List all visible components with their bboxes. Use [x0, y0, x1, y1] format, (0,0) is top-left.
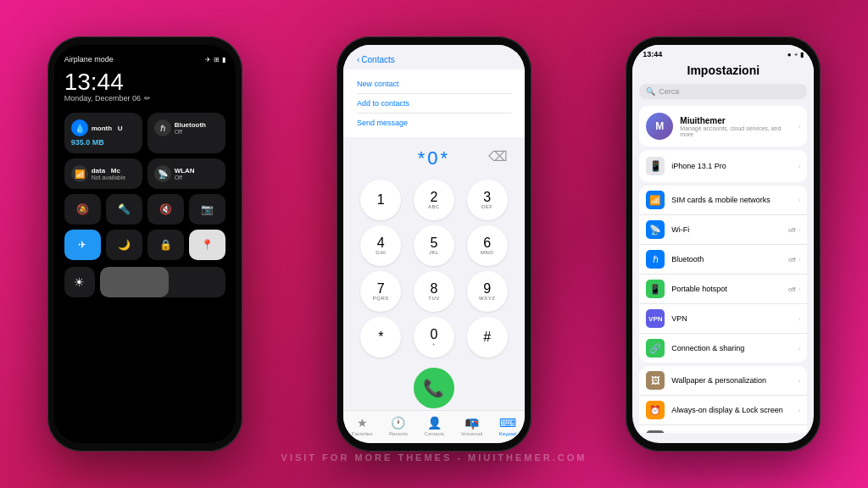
profile-chevron: › — [798, 123, 801, 130]
hotspot-icon: 📱 — [646, 280, 665, 298]
iphone-label-item[interactable]: 📱 iPhone 13.1 Pro › — [639, 150, 807, 182]
search-placeholder: Cerca — [659, 87, 679, 96]
bluetooth-icon: ℏ — [154, 119, 171, 136]
settings-status-bar: 13:44 ● + ▮ — [632, 45, 814, 60]
key-2[interactable]: 2ABC — [414, 180, 454, 220]
voicemail-label: Voicemail — [461, 431, 483, 436]
status-icons: ✈ ⊞ ▮ — [205, 56, 225, 64]
tab-bar: ★ Favorites 🕐 Recents 👤 Contacts 📭 Voice… — [343, 410, 525, 443]
wallpaper-chevron: › — [798, 377, 801, 385]
add-to-contacts-button[interactable]: Add to contacts — [357, 94, 511, 114]
key-6[interactable]: 6MNO — [467, 225, 508, 266]
new-contact-button[interactable]: New contact — [357, 75, 511, 94]
iphone-icon: 📱 — [646, 157, 665, 175]
sim-chevron: › — [798, 197, 801, 204]
settings-search-bar[interactable]: 🔍 Cerca — [639, 84, 807, 99]
key-7[interactable]: 7PQRS — [360, 271, 401, 312]
wifi-icon: 📡 — [646, 220, 665, 239]
number-display-area: *0* ⌫ — [343, 137, 525, 175]
location-button[interactable]: 📍 — [189, 230, 225, 260]
tab-favorites[interactable]: ★ Favorites — [352, 416, 373, 436]
moon-button[interactable]: 🌙 — [106, 230, 142, 260]
key-star[interactable]: * — [360, 317, 401, 358]
key-5[interactable]: 5JKL — [414, 225, 454, 266]
data-icon: 💧 — [71, 119, 88, 136]
display-icon: AA — [646, 430, 665, 433]
send-message-button[interactable]: Send message — [357, 114, 511, 132]
contacts-icon: 👤 — [427, 416, 442, 430]
bluetooth-chevron: › — [798, 256, 801, 263]
tab-keypad[interactable]: ⌨ Keypad — [499, 416, 516, 436]
key-0[interactable]: 0+ — [414, 317, 454, 358]
hotspot-item[interactable]: 📱 Portable hotspot off › — [639, 274, 807, 304]
signal-status: Not available — [92, 175, 125, 180]
brightness-slider[interactable] — [100, 267, 225, 297]
clear-button[interactable]: ⌫ — [488, 149, 508, 164]
airplane-button[interactable]: ✈ — [64, 230, 101, 260]
connection-sharing-item[interactable]: 🔗 Connection & sharing › — [639, 334, 807, 363]
clock-time: 13:44 — [64, 70, 225, 94]
wallpaper-item[interactable]: 🖼 Wallpaper & personalization › — [639, 366, 807, 396]
connection-chevron: › — [798, 345, 801, 352]
key-8[interactable]: 8TUV — [414, 271, 454, 312]
data-tile[interactable]: 💧 month U 935.0 MB — [64, 113, 142, 153]
brightness-icon: ☀ — [64, 267, 95, 297]
bluetooth-item[interactable]: ℏ Bluetooth off › — [639, 245, 807, 274]
contacts-back-label: Contacts — [361, 55, 394, 64]
airplane-mode-label: Airplane mode — [64, 55, 114, 64]
hotspot-value: off — [788, 286, 796, 293]
key-hash[interactable]: # — [467, 317, 508, 358]
sim-icon: 📶 — [646, 191, 665, 209]
bluetooth-status: Off — [175, 129, 206, 135]
tab-recents[interactable]: 🕐 Recents — [389, 416, 408, 436]
display-item[interactable]: AA Display › — [639, 425, 807, 433]
data-label: month U — [92, 125, 123, 132]
status-bar: Airplane mode ✈ ⊞ ▮ — [64, 55, 225, 64]
vpn-chevron: › — [798, 315, 801, 323]
wifi-chevron: › — [798, 226, 801, 234]
bluetooth-label: Bluetooth — [175, 121, 206, 129]
contacts-back-button[interactable]: ‹ Contacts — [357, 55, 395, 64]
mute-button[interactable]: 🔕 — [64, 194, 101, 225]
wifi-value: off — [788, 226, 796, 234]
keypad-grid: 1 2ABC 3DEF 4GHI 5JKL 6MNO 7PQRS 8TUV 9W… — [343, 175, 525, 363]
profile-item[interactable]: M Miuithemer Manage accounts, cloud serv… — [639, 106, 807, 147]
screenshot-button[interactable]: 📷 — [189, 194, 225, 225]
wifi-icon: ✈ — [205, 56, 211, 64]
tab-contacts[interactable]: 👤 Contacts — [424, 416, 444, 436]
wallpaper-label: Wallpaper & personalization — [671, 376, 791, 385]
control-center-screen: Airplane mode ✈ ⊞ ▮ 13:44 Monday, Decemb… — [54, 45, 236, 443]
tab-voicemail[interactable]: 📭 Voicemail — [461, 416, 483, 436]
bluetooth-tile[interactable]: ℏ Bluetooth Off — [147, 113, 225, 153]
key-3[interactable]: 3DEF — [467, 180, 508, 220]
aod-item[interactable]: ⏰ Always-on display & Lock screen › — [639, 396, 807, 425]
iphone-chevron: › — [798, 163, 801, 170]
settings-list: M Miuithemer Manage accounts, cloud serv… — [632, 103, 814, 433]
voicemail-icon: 📭 — [465, 416, 479, 430]
signal-tile[interactable]: 📶 data Mc Not available — [64, 158, 142, 189]
profile-avatar: M — [646, 113, 673, 140]
dnd-button[interactable]: 🔇 — [147, 194, 184, 225]
phone-settings: 13:44 ● + ▮ Impostazioni 🔍 Cerca M Miuit… — [626, 36, 821, 452]
aod-icon: ⏰ — [646, 401, 665, 419]
dialpad-screen: ‹ Contacts New contact Add to contacts S… — [343, 45, 525, 443]
key-4[interactable]: 4GHI — [360, 225, 401, 266]
vpn-item[interactable]: VPN VPN › — [639, 304, 807, 334]
brightness-fill — [100, 267, 169, 297]
contacts-label: Contacts — [424, 431, 444, 436]
lock-button[interactable]: 🔒 — [147, 230, 184, 260]
favorites-icon: ★ — [357, 416, 368, 430]
sim-cards-item[interactable]: 📶 SIM cards & mobile networks › — [639, 186, 807, 215]
flashlight-button[interactable]: 🔦 — [106, 194, 142, 225]
wifi-item[interactable]: 📡 Wi-Fi off › — [639, 215, 807, 245]
wlan-label: WLAN — [175, 167, 195, 175]
wlan-tile[interactable]: 📡 WLAN Off — [147, 158, 225, 189]
chevron-left-icon: ‹ — [357, 55, 359, 64]
key-1[interactable]: 1 — [360, 180, 401, 220]
call-button[interactable]: 📞 — [414, 368, 454, 408]
keypad-label: Keypad — [499, 431, 516, 436]
dialpad-header: ‹ Contacts — [343, 45, 525, 69]
key-9[interactable]: 9WXYZ — [467, 271, 508, 312]
search-icon: 🔍 — [646, 87, 655, 96]
hotspot-chevron: › — [798, 286, 801, 293]
